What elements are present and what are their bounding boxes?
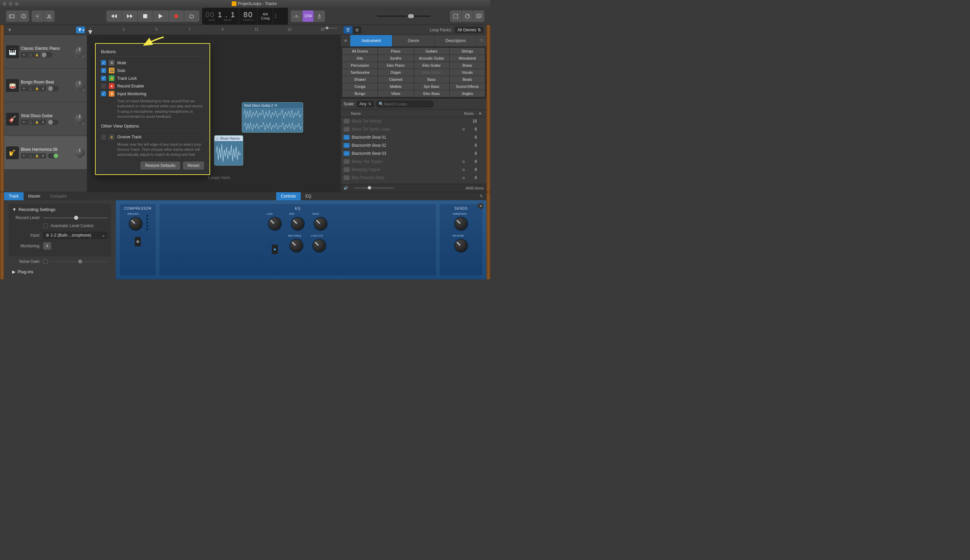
- category-button[interactable]: Acoustic Guitar: [414, 55, 449, 62]
- play-button[interactable]: [153, 10, 169, 22]
- tab-instrument[interactable]: Instrument: [350, 35, 392, 47]
- ruler[interactable]: 13579111315: [87, 25, 341, 35]
- tab-track[interactable]: Track: [4, 192, 23, 200]
- track-header[interactable]: 🥁 Bongo Room Beat ✕ 🎧 🔒 ⬇ LR: [4, 68, 87, 102]
- checkbox[interactable]: ✓: [101, 60, 106, 65]
- record-level-slider[interactable]: [43, 217, 108, 218]
- loop-row[interactable]: ~ Blacksmith Beat 02 8: [341, 142, 487, 149]
- lock-button[interactable]: 🔒: [34, 52, 40, 58]
- auto-level-checkbox[interactable]: [43, 223, 48, 228]
- category-button[interactable]: Conga: [342, 83, 378, 90]
- category-button[interactable]: Beats: [450, 76, 485, 83]
- preview-volume-slider[interactable]: [354, 187, 394, 188]
- loop-close-button[interactable]: ✕: [341, 35, 350, 47]
- category-button[interactable]: Piano: [378, 48, 413, 55]
- favorites-icon[interactable]: ♡: [477, 35, 487, 47]
- option-row[interactable]: ● Record Enable: [101, 83, 204, 89]
- track-filter-button[interactable]: ◂: [76, 27, 85, 33]
- loop-row[interactable]: ~ Bleeping Topper ⊕ 8: [341, 165, 487, 174]
- audio-region-strat[interactable]: Strat Disco Guitar.2⟳: [242, 102, 303, 133]
- col-fav-icon[interactable]: ♥: [479, 112, 483, 115]
- media-browser-button[interactable]: [473, 10, 484, 22]
- close-window[interactable]: [3, 2, 7, 6]
- forward-button[interactable]: [122, 10, 137, 22]
- download-icon[interactable]: ⊕: [462, 176, 467, 180]
- loop-row[interactable]: ~ Bleep Hat Topper ⊕ 8: [341, 158, 487, 165]
- category-button[interactable]: Clavinet: [378, 76, 413, 83]
- category-button[interactable]: Mallets: [378, 83, 413, 90]
- master-volume-slider[interactable]: [377, 15, 431, 17]
- recording-settings-header[interactable]: ▼ Recording Settings: [12, 207, 108, 212]
- tab-eq[interactable]: EQ: [301, 192, 316, 200]
- tab-master[interactable]: Master: [23, 192, 45, 200]
- solo-button[interactable]: 🎧: [27, 86, 33, 91]
- checkbox[interactable]: [101, 83, 106, 88]
- tab-genre[interactable]: Genre: [392, 35, 435, 47]
- maximize-window[interactable]: [15, 2, 18, 6]
- record-button[interactable]: [169, 10, 184, 22]
- checkbox-groove[interactable]: [101, 135, 106, 140]
- loop-row[interactable]: ~ Blacksmith Beat 01 8: [341, 133, 487, 142]
- mute-button[interactable]: ✕: [21, 120, 27, 125]
- tab-controls[interactable]: Controls: [276, 192, 301, 200]
- loop-row[interactable]: ~ Blacksmith Beat 03 8: [341, 149, 487, 158]
- bypass-switch[interactable]: [135, 237, 141, 246]
- scissors-button[interactable]: [43, 10, 55, 22]
- loop-packs-select[interactable]: All Genres⇅: [455, 27, 483, 33]
- high-knob[interactable]: [314, 217, 328, 231]
- category-button[interactable]: Syn Bass: [414, 83, 449, 90]
- scale-select[interactable]: Any⇅: [357, 101, 374, 107]
- track-enable-switch[interactable]: [48, 86, 59, 91]
- eq-bypass-switch[interactable]: [272, 245, 278, 254]
- solo-button[interactable]: 🎧: [27, 153, 33, 158]
- ambience-knob[interactable]: [454, 217, 468, 231]
- category-button[interactable]: Elec Piano: [378, 62, 413, 68]
- category-button[interactable]: Elec Bass: [414, 90, 449, 97]
- category-button[interactable]: Synths: [378, 55, 413, 62]
- monitoring-button[interactable]: ⬇: [43, 242, 51, 250]
- tab-descriptors[interactable]: Descriptors: [435, 35, 477, 47]
- column-view-icon[interactable]: ☰: [343, 26, 353, 34]
- solo-button[interactable]: 🎧: [27, 120, 33, 125]
- loop-row[interactable]: ~ Black Tie Strings 16: [341, 117, 487, 125]
- track-header[interactable]: 🎹 Classic Electric Piano ✕ 🎧 🔒 LR: [4, 35, 87, 68]
- checkbox[interactable]: ✓: [101, 76, 106, 81]
- category-button[interactable]: Kits: [342, 55, 378, 62]
- search-input[interactable]: [376, 100, 434, 108]
- revert-button[interactable]: Revert: [183, 162, 204, 170]
- minimize-window[interactable]: [9, 2, 12, 6]
- count-in-button[interactable]: 1234: [302, 10, 314, 22]
- option-row[interactable]: ✓ ✕ Mute: [101, 60, 204, 66]
- noise-gate-slider[interactable]: [50, 261, 108, 262]
- notepad-button[interactable]: [450, 10, 462, 22]
- input-select[interactable]: ⊚1-2 (Built-…icrophone)⌄: [43, 232, 108, 239]
- midfreq-knob[interactable]: [289, 238, 303, 253]
- option-row[interactable]: ✓ 🎧 Solo: [101, 68, 204, 73]
- metronome-button[interactable]: [314, 10, 325, 22]
- input-mon-button[interactable]: ⬇: [40, 86, 46, 91]
- input-mon-button[interactable]: ⬇: [40, 153, 46, 158]
- library-button[interactable]: [6, 10, 18, 22]
- track-enable-switch[interactable]: [42, 52, 52, 58]
- category-button[interactable]: Bass: [414, 76, 449, 83]
- tuner-button[interactable]: [291, 10, 302, 22]
- restore-defaults-button[interactable]: Restore Defaults: [140, 162, 180, 170]
- category-button[interactable]: Strings: [450, 48, 485, 55]
- category-button[interactable]: Percussion: [342, 62, 378, 68]
- category-button[interactable]: Vocals: [450, 69, 485, 76]
- option-groove-track[interactable]: ★ Groove Track: [101, 134, 204, 140]
- checkbox[interactable]: ✓: [101, 91, 106, 96]
- download-icon[interactable]: ⊕: [462, 168, 467, 172]
- category-button[interactable]: Shaker: [342, 76, 378, 83]
- lock-button[interactable]: 🔒: [34, 120, 40, 125]
- mute-button[interactable]: ✕: [21, 153, 27, 158]
- add-track-button[interactable]: +: [6, 26, 13, 34]
- loop-view-toggle[interactable]: ☰ ⊞: [343, 26, 361, 34]
- mid-knob[interactable]: [291, 217, 305, 231]
- option-row[interactable]: ✓ ⬇ Input Monitoring: [101, 91, 204, 97]
- category-button[interactable]: Jingles: [450, 90, 485, 97]
- track-enable-switch[interactable]: [48, 120, 59, 125]
- mute-button[interactable]: ✕: [21, 86, 27, 91]
- category-button[interactable]: Elec Guitar: [414, 62, 449, 68]
- loop-row[interactable]: ~ Blip Prowess Beat ⊕ 8: [341, 174, 487, 182]
